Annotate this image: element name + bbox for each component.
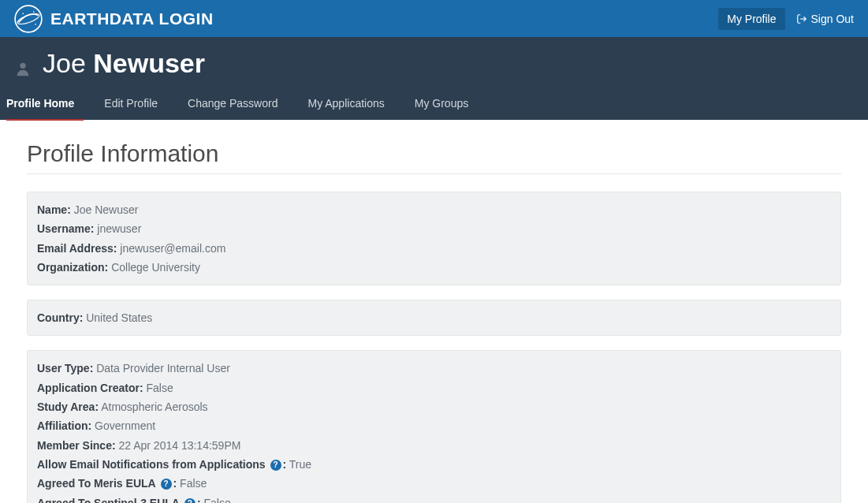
top-header: EARTHDATA LOGIN My Profile Sign Out: [0, 0, 868, 37]
field-value-email: jnewuser@email.com: [120, 242, 225, 255]
sub-header: Joe Newuser Profile Home Edit Profile Ch…: [0, 37, 868, 120]
field-value-allow-email: True: [289, 458, 311, 471]
field-username: Username: jnewuser: [37, 219, 831, 238]
field-label-allow-email-post: :: [283, 458, 287, 471]
field-user-type: User Type: Data Provider Internal User: [37, 359, 831, 378]
panel-country: Country: United States: [27, 300, 841, 336]
field-app-creator: Application Creator: False: [37, 378, 831, 397]
field-label-meris-pre: Agreed To Meris EULA: [37, 477, 156, 490]
tab-change-password[interactable]: Change Password: [178, 87, 287, 120]
brand-title: EARTHDATA LOGIN: [50, 9, 214, 28]
svg-point-0: [15, 6, 42, 32]
nasa-logo-icon: [14, 5, 43, 33]
brand: EARTHDATA LOGIN: [14, 5, 214, 33]
field-name: Name: Joe Newuser: [37, 200, 831, 219]
field-value-username: jnewuser: [97, 222, 141, 235]
field-label-app-creator: Application Creator:: [37, 382, 143, 394]
field-value-user-type: Data Provider Internal User: [96, 362, 230, 374]
user-heading-row: Joe Newuser: [0, 48, 868, 87]
field-label-affiliation: Affiliation:: [37, 419, 91, 432]
field-label-member-since: Member Since:: [37, 439, 116, 452]
field-label-study-area: Study Area:: [37, 401, 99, 413]
profile-tabs: Profile Home Edit Profile Change Passwor…: [0, 87, 868, 120]
user-last-name: Newuser: [93, 48, 205, 78]
content: Profile Information Name: Joe Newuser Us…: [0, 120, 868, 503]
field-label-user-type: User Type:: [37, 362, 93, 374]
field-country: Country: United States: [37, 308, 831, 327]
field-label-country: Country:: [37, 311, 83, 324]
field-sentinel-eula: Agreed To Sentinel-3 EULA ?: False: [37, 494, 831, 503]
header-actions: My Profile Sign Out: [718, 8, 854, 30]
field-value-study-area: Atmospheric Aerosols: [101, 401, 207, 413]
tab-profile-home[interactable]: Profile Home: [6, 87, 84, 120]
field-value-app-creator: False: [146, 382, 173, 394]
svg-point-2: [22, 13, 24, 14]
user-first-name: Joe: [43, 48, 86, 78]
field-label-email: Email Address:: [37, 242, 117, 255]
tab-my-groups[interactable]: My Groups: [405, 87, 478, 120]
field-member-since: Member Since: 22 Apr 2014 13:14:59PM: [37, 436, 831, 455]
sign-out-button[interactable]: Sign Out: [796, 13, 854, 25]
field-value-country: United States: [86, 311, 152, 324]
panel-basic-info: Name: Joe Newuser Username: jnewuser Ema…: [27, 192, 841, 285]
field-value-meris: False: [180, 477, 207, 490]
svg-point-6: [20, 62, 25, 68]
field-label-organization: Organization:: [37, 261, 108, 274]
field-study-area: Study Area: Atmospheric Aerosols: [37, 397, 831, 416]
field-meris-eula: Agreed To Meris EULA ?: False: [37, 474, 831, 493]
sign-out-label: Sign Out: [811, 13, 854, 25]
tab-my-applications[interactable]: My Applications: [298, 87, 393, 120]
field-affiliation: Affiliation: Government: [37, 416, 831, 435]
user-name-heading: Joe Newuser: [43, 48, 205, 79]
field-value-member-since: 22 Apr 2014 13:14:59PM: [118, 439, 240, 452]
field-label-sentinel-post: :: [197, 497, 201, 503]
field-label-allow-email-pre: Allow Email Notifications from Applicati…: [37, 458, 266, 471]
field-label-name: Name:: [37, 203, 71, 216]
field-email: Email Address: jnewuser@email.com: [37, 239, 831, 258]
svg-point-4: [35, 23, 36, 24]
my-profile-button[interactable]: My Profile: [718, 8, 784, 30]
field-label-sentinel-pre: Agreed To Sentinel-3 EULA: [37, 497, 180, 503]
field-value-organization: College University: [111, 261, 200, 274]
field-organization: Organization: College University: [37, 258, 831, 277]
field-label-meris-post: :: [173, 477, 177, 490]
svg-point-3: [33, 11, 35, 13]
user-icon: [14, 60, 32, 77]
field-allow-email: Allow Email Notifications from Applicati…: [37, 455, 831, 474]
tab-edit-profile[interactable]: Edit Profile: [95, 87, 167, 120]
help-icon[interactable]: ?: [161, 479, 172, 490]
sign-out-icon: [796, 13, 807, 24]
field-label-username: Username:: [37, 222, 94, 235]
help-icon[interactable]: ?: [270, 460, 281, 471]
field-value-affiliation: Government: [95, 419, 155, 432]
field-value-sentinel: False: [203, 497, 230, 503]
panel-details: User Type: Data Provider Internal User A…: [27, 350, 841, 503]
page-title: Profile Information: [27, 140, 841, 174]
help-icon[interactable]: ?: [184, 498, 196, 503]
field-value-name: Joe Newuser: [74, 203, 139, 216]
